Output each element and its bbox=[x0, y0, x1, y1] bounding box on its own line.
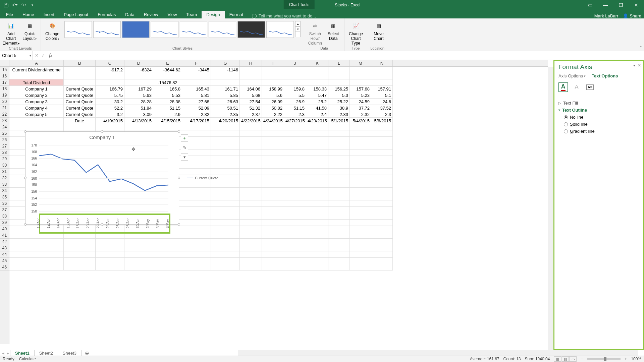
cell[interactable] bbox=[328, 130, 350, 137]
cell[interactable]: 5.1 bbox=[371, 92, 393, 99]
fx-icon[interactable]: fx bbox=[48, 53, 54, 58]
cell[interactable]: 51.84 bbox=[124, 105, 153, 111]
cell[interactable] bbox=[182, 251, 211, 258]
cell[interactable] bbox=[328, 207, 350, 213]
cell[interactable] bbox=[371, 226, 393, 232]
resize-handle[interactable] bbox=[101, 130, 103, 133]
cell[interactable] bbox=[182, 245, 211, 251]
row-header[interactable]: 23 bbox=[0, 118, 9, 124]
cell[interactable]: 4/20/2015 bbox=[211, 118, 240, 124]
chart-style-4[interactable] bbox=[151, 21, 178, 38]
cell[interactable] bbox=[306, 213, 328, 220]
chart-style-1[interactable] bbox=[64, 21, 92, 38]
chart-title[interactable]: Company 1 bbox=[25, 132, 179, 140]
cell[interactable] bbox=[182, 264, 211, 270]
cell[interactable]: Current Quote bbox=[64, 111, 96, 118]
cell[interactable] bbox=[284, 67, 306, 73]
textbox-icon[interactable]: A≡ bbox=[585, 82, 595, 92]
cell[interactable] bbox=[240, 239, 262, 245]
cell[interactable] bbox=[371, 188, 393, 194]
chart-style-2[interactable] bbox=[93, 21, 121, 38]
cell[interactable] bbox=[350, 156, 371, 162]
cell[interactable] bbox=[211, 245, 240, 251]
cell[interactable]: 37.52 bbox=[371, 105, 393, 111]
cell[interactable]: 158.99 bbox=[262, 86, 284, 92]
enter-formula-icon[interactable]: ✓ bbox=[41, 53, 45, 58]
maximize-icon[interactable]: ❐ bbox=[613, 0, 629, 10]
cell[interactable] bbox=[64, 239, 96, 245]
text-fill-outline-icon[interactable]: A bbox=[558, 82, 568, 92]
cell[interactable] bbox=[9, 124, 64, 130]
cell[interactable] bbox=[328, 226, 350, 232]
cell[interactable] bbox=[240, 264, 262, 270]
cell[interactable] bbox=[64, 79, 96, 86]
row-header[interactable]: 33 bbox=[0, 181, 9, 188]
cell[interactable] bbox=[211, 169, 240, 175]
cell[interactable] bbox=[262, 200, 284, 207]
cell[interactable] bbox=[284, 143, 306, 149]
cell[interactable] bbox=[240, 207, 262, 213]
cell[interactable] bbox=[328, 213, 350, 220]
vertical-scrollbar[interactable] bbox=[548, 67, 553, 350]
cell[interactable]: 2.32 bbox=[350, 111, 371, 118]
cell[interactable] bbox=[9, 118, 64, 124]
cell[interactable] bbox=[350, 264, 371, 270]
chart-style-3[interactable] bbox=[122, 21, 150, 38]
column-header[interactable]: G bbox=[211, 60, 240, 66]
cell[interactable] bbox=[211, 226, 240, 232]
cell[interactable] bbox=[240, 220, 262, 226]
cell[interactable] bbox=[182, 226, 211, 232]
cell[interactable]: 5.5 bbox=[284, 92, 306, 99]
cell[interactable] bbox=[328, 245, 350, 251]
text-options-tab[interactable]: Text Options bbox=[592, 73, 618, 78]
cell[interactable] bbox=[153, 124, 182, 130]
cell[interactable] bbox=[284, 207, 306, 213]
cell[interactable] bbox=[240, 258, 262, 264]
row-header[interactable]: 28 bbox=[0, 149, 9, 156]
cell[interactable] bbox=[262, 124, 284, 130]
cell[interactable] bbox=[328, 239, 350, 245]
cell[interactable] bbox=[240, 245, 262, 251]
cell[interactable]: 51.15 bbox=[153, 105, 182, 111]
cell[interactable]: 5.63 bbox=[124, 92, 153, 99]
cell[interactable] bbox=[350, 239, 371, 245]
row-header[interactable]: 18 bbox=[0, 86, 9, 92]
cell[interactable] bbox=[262, 194, 284, 200]
cell[interactable] bbox=[262, 79, 284, 86]
cell[interactable] bbox=[240, 181, 262, 188]
cell[interactable] bbox=[153, 251, 182, 258]
cell[interactable] bbox=[240, 226, 262, 232]
cell[interactable] bbox=[328, 73, 350, 79]
row-header[interactable]: 38 bbox=[0, 213, 9, 220]
cell[interactable] bbox=[211, 251, 240, 258]
cell[interactable]: 2.33 bbox=[328, 111, 350, 118]
select-data-button[interactable]: ▦Select Data bbox=[325, 20, 342, 46]
cell[interactable] bbox=[211, 213, 240, 220]
cell[interactable] bbox=[371, 79, 393, 86]
cell[interactable] bbox=[306, 162, 328, 169]
cell[interactable] bbox=[124, 264, 153, 270]
cell[interactable]: 2.22 bbox=[262, 111, 284, 118]
tab-design[interactable]: Design bbox=[202, 11, 224, 18]
cell[interactable] bbox=[182, 181, 211, 188]
cell[interactable] bbox=[182, 162, 211, 169]
zoom-in-icon[interactable]: + bbox=[625, 357, 627, 361]
cell[interactable] bbox=[371, 175, 393, 181]
cell[interactable]: 5.81 bbox=[182, 92, 211, 99]
cell[interactable] bbox=[262, 67, 284, 73]
chart-elements-button[interactable]: + bbox=[181, 134, 188, 142]
cell[interactable] bbox=[371, 194, 393, 200]
cell[interactable] bbox=[306, 264, 328, 270]
row-header[interactable]: 16 bbox=[0, 73, 9, 79]
cell[interactable] bbox=[124, 258, 153, 264]
cell[interactable] bbox=[350, 67, 371, 73]
ribbon-display-icon[interactable]: ▭ bbox=[582, 0, 598, 10]
cell[interactable] bbox=[371, 264, 393, 270]
cell[interactable]: 50.51 bbox=[211, 105, 240, 111]
row-header[interactable]: 26 bbox=[0, 137, 9, 143]
cell[interactable]: 26.9 bbox=[284, 99, 306, 105]
row-header[interactable]: 39 bbox=[0, 220, 9, 226]
embedded-chart[interactable]: Company 1 ✥ 1501521541561581601621641661… bbox=[25, 131, 179, 225]
cell[interactable]: Date bbox=[64, 118, 96, 124]
row-header[interactable]: 36 bbox=[0, 200, 9, 207]
